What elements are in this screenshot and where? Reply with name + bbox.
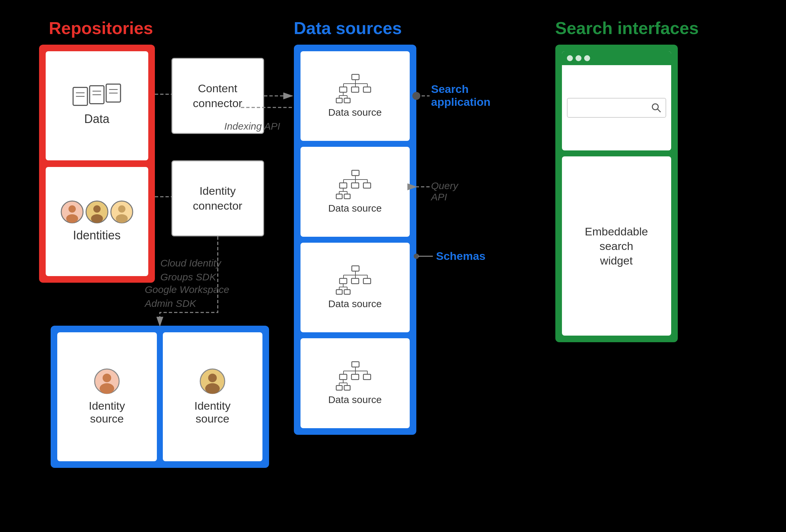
traffic-dot-3 — [584, 55, 590, 61]
hierarchy-icon-2 — [335, 170, 375, 199]
svg-rect-62 — [344, 290, 350, 294]
diagram-inner: Repositories Data sources Search interfa… — [29, 18, 757, 514]
hierarchy-icon-3 — [335, 265, 375, 295]
identity-icons — [61, 200, 133, 223]
search-bar-mock[interactable] — [567, 98, 666, 118]
datasource-label-2: Data source — [328, 203, 382, 214]
datasource-4: Data source — [301, 338, 410, 428]
google-workspace-annotation: Google WorkspaceAdmin SDK — [145, 283, 229, 311]
search-application-annotation: Searchapplication — [431, 83, 490, 108]
svg-point-17 — [116, 214, 128, 223]
datasource-label-1: Data source — [328, 107, 382, 118]
svg-point-14 — [91, 214, 103, 223]
datasource-1: Data source — [301, 51, 410, 141]
document-icon-1 — [71, 86, 89, 107]
document-icon-2 — [88, 84, 106, 105]
query-api-annotation: QueryAPI — [431, 180, 458, 203]
svg-rect-26 — [363, 87, 371, 92]
svg-rect-61 — [336, 290, 342, 294]
person-icon-2 — [85, 200, 109, 223]
identities-label: Identities — [73, 228, 120, 242]
traffic-dot-2 — [576, 55, 581, 61]
svg-rect-40 — [351, 183, 359, 188]
identity-source-icon-1 — [94, 368, 120, 394]
svg-point-13 — [93, 205, 100, 213]
svg-line-85 — [657, 109, 661, 112]
identity-source-label-1: Identitysource — [89, 400, 125, 425]
embeddable-widget-box: Embeddablesearchwidget — [562, 156, 671, 335]
svg-rect-63 — [352, 362, 359, 367]
svg-point-79 — [102, 373, 111, 382]
data-icons — [71, 86, 122, 107]
search-icon — [651, 102, 662, 113]
datasource-label-3: Data source — [328, 298, 382, 310]
datasource-3: Data source — [301, 243, 410, 333]
svg-rect-32 — [344, 98, 350, 103]
diagram-container: Repositories Data sources Search interfa… — [0, 0, 786, 532]
search-interfaces-label: Search interfaces — [555, 18, 699, 38]
svg-rect-41 — [363, 183, 371, 188]
svg-point-10 — [69, 205, 76, 213]
svg-rect-46 — [336, 194, 342, 199]
svg-point-11 — [66, 214, 78, 223]
svg-rect-25 — [351, 87, 359, 92]
datasources-box: Data source — [294, 45, 416, 435]
search-interface-header — [562, 51, 671, 65]
svg-rect-69 — [340, 374, 347, 380]
search-interfaces-box: Embeddablesearchwidget — [555, 45, 678, 342]
identity-source-2: Identitysource — [163, 332, 262, 461]
svg-rect-70 — [351, 374, 359, 380]
svg-rect-56 — [363, 279, 371, 284]
identity-connector-label: Identityconnector — [193, 184, 242, 213]
identities-box: Identities — [46, 167, 148, 276]
svg-rect-77 — [344, 386, 350, 390]
svg-point-16 — [118, 205, 125, 213]
data-label: Data — [84, 112, 109, 126]
svg-rect-33 — [352, 170, 359, 175]
data-box: Data — [46, 51, 148, 160]
svg-rect-71 — [363, 374, 371, 380]
embeddable-widget-label: Embeddablesearchwidget — [585, 224, 648, 268]
svg-rect-39 — [340, 183, 347, 188]
identity-source-label-2: Identitysource — [194, 400, 231, 425]
document-icon-3 — [104, 82, 122, 104]
svg-point-80 — [100, 383, 114, 394]
search-interface-item-1 — [562, 51, 671, 151]
svg-rect-31 — [336, 98, 342, 103]
identity-source-1: Identitysource — [57, 332, 157, 461]
svg-rect-47 — [344, 194, 350, 199]
identity-connector-box: Identityconnector — [171, 160, 264, 236]
hierarchy-icon-1 — [335, 74, 375, 103]
datasource-2: Data source — [301, 147, 410, 237]
svg-rect-55 — [351, 279, 359, 284]
svg-rect-76 — [336, 386, 342, 390]
content-connector-label: Contentconnector — [193, 81, 242, 110]
repositories-box: Data — [39, 45, 155, 283]
traffic-dot-1 — [567, 55, 573, 61]
indexing-api-annotation: Indexing API — [224, 121, 280, 132]
person-icon-3 — [110, 200, 133, 223]
svg-point-82 — [208, 373, 217, 382]
svg-rect-18 — [352, 74, 359, 80]
identity-source-icon-2 — [199, 368, 226, 394]
cloud-identity-annotation: Cloud IdentityGroups SDK — [161, 256, 221, 284]
svg-point-83 — [205, 383, 220, 394]
svg-rect-54 — [340, 279, 347, 284]
search-bar-container — [562, 65, 671, 151]
schemas-annotation: Schemas — [436, 250, 485, 263]
identity-sources-box: Identitysource Identitysource — [51, 326, 269, 468]
repositories-label: Repositories — [49, 18, 153, 38]
person-icon-1 — [61, 200, 84, 223]
svg-point-84 — [652, 104, 658, 110]
datasources-label: Data sources — [294, 18, 402, 38]
svg-rect-48 — [352, 266, 359, 271]
hierarchy-icon-4 — [335, 361, 375, 391]
svg-rect-24 — [340, 87, 347, 92]
datasource-label-4: Data source — [328, 394, 382, 405]
